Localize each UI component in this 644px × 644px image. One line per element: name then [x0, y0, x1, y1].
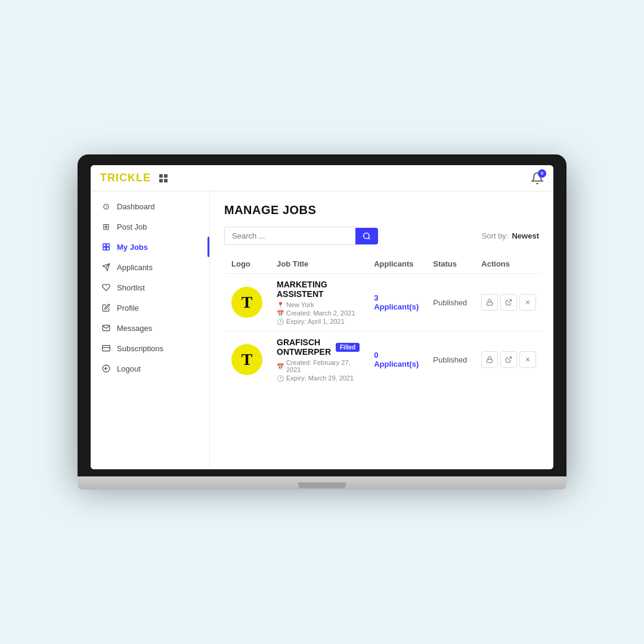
svg-rect-1 [107, 244, 110, 247]
action-lock-1[interactable] [481, 351, 498, 368]
sort-label: Sort by: [482, 231, 509, 240]
job-created-0: 📅 Created: March 2, 2021 [277, 309, 360, 317]
shortlist-icon [101, 283, 111, 292]
applicants-icon [101, 262, 111, 272]
svg-point-10 [364, 233, 369, 238]
notification-bell[interactable]: 0 [531, 172, 544, 185]
job-title-cell-1: GRAFISCH ONTWERPER Filled 📅 Created: Feb… [277, 338, 360, 382]
sidebar-item-post-job[interactable]: ⊞ Post Job [91, 216, 209, 237]
sort-wrapper: Sort by: Newest [482, 231, 539, 240]
header-left: TRICKLE [100, 172, 168, 184]
cell-status-0: Published [426, 274, 474, 332]
table-row: T MARKETING ASSISTENT 📍New York 📅 Create… [224, 274, 543, 332]
job-meta-0: 📍New York 📅 Created: March 2, 2021 🕐 Exp… [277, 301, 360, 325]
messages-icon [101, 323, 111, 333]
job-title-cell-0: MARKETING ASSISTENT 📍New York 📅 Created:… [277, 280, 360, 325]
notification-badge: 0 [538, 169, 546, 178]
jobs-table: Logo Job Title Applicants Status Actions… [224, 255, 543, 388]
svg-line-17 [508, 357, 512, 361]
sidebar-item-my-jobs[interactable]: My Jobs [91, 237, 209, 257]
toolbar: Sort by: Newest [224, 227, 539, 245]
col-actions: Actions [474, 255, 543, 274]
svg-rect-12 [487, 302, 493, 306]
logout-icon [101, 364, 111, 373]
post-job-icon: ⊞ [101, 222, 111, 231]
sidebar-item-profile[interactable]: Profile [91, 298, 209, 318]
col-job-title: Job Title [270, 255, 367, 274]
status-text-0: Published [433, 298, 467, 307]
profile-icon [101, 303, 111, 312]
sidebar-label-subscriptions: Subscriptions [117, 344, 163, 353]
col-status: Status [426, 255, 474, 274]
sidebar-item-applicants[interactable]: Applicants [91, 257, 209, 277]
applicants-count-1: 0 Applicant(s) [374, 351, 419, 369]
svg-line-11 [369, 237, 370, 239]
sidebar-label-messages: Messages [117, 324, 152, 333]
cell-job-title-1: GRAFISCH ONTWERPER Filled 📅 Created: Feb… [270, 332, 367, 388]
cell-applicants-0: 3 Applicant(s) [367, 274, 426, 332]
app-logo: TRICKLE [100, 172, 151, 184]
laptop-notch [298, 482, 346, 488]
svg-rect-2 [103, 247, 106, 250]
logo-letter-0: T [242, 293, 253, 312]
sidebar-item-logout[interactable]: Logout [91, 358, 209, 379]
laptop-base [78, 476, 566, 490]
job-created-1: 📅 Created: February 27, 2021 [277, 359, 360, 373]
header-right: 0 [531, 172, 544, 185]
cell-applicants-1: 0 Applicant(s) [367, 332, 426, 388]
cell-logo-1: T [224, 332, 270, 388]
main-content: MANAGE JOBS [210, 191, 553, 469]
cell-actions-1 [474, 332, 543, 388]
cell-job-title-0: MARKETING ASSISTENT 📍New York 📅 Created:… [270, 274, 367, 332]
filled-badge-1: Filled [336, 343, 360, 352]
job-location-0: 📍New York [277, 301, 360, 308]
svg-rect-3 [107, 247, 110, 250]
status-text-1: Published [433, 355, 467, 364]
sidebar-label-dashboard: Dashboard [117, 202, 155, 211]
sidebar-label-profile: Profile [117, 304, 139, 312]
col-logo: Logo [224, 255, 270, 274]
action-delete-0[interactable] [519, 294, 536, 311]
app-header: TRICKLE 0 [91, 165, 553, 191]
action-buttons-0 [481, 294, 536, 311]
logo-letter-1: T [242, 350, 253, 369]
job-title-name-1: GRAFISCH ONTWERPER Filled [277, 338, 360, 357]
company-logo-1: T [231, 344, 262, 375]
job-expiry-1: 🕐 Expiry: March 29, 2021 [277, 374, 360, 382]
cell-status-1: Published [426, 332, 474, 388]
action-edit-1[interactable] [500, 351, 517, 368]
cell-actions-0 [474, 274, 543, 332]
svg-rect-0 [103, 244, 106, 247]
sidebar-item-messages[interactable]: Messages [91, 318, 209, 338]
search-input[interactable] [224, 227, 355, 245]
table-header-row: Logo Job Title Applicants Status Actions [224, 255, 543, 274]
app-body: ⊙ Dashboard ⊞ Post Job [91, 191, 553, 469]
search-button[interactable] [355, 228, 378, 244]
subscriptions-icon [101, 343, 111, 353]
table-row: T GRAFISCH ONTWERPER Filled 📅 Created: F… [224, 332, 543, 388]
action-delete-1[interactable] [519, 351, 536, 368]
cell-logo-0: T [224, 274, 270, 332]
sidebar-item-dashboard[interactable]: ⊙ Dashboard [91, 196, 209, 216]
sidebar-label-post-job: Post Job [117, 222, 147, 231]
sidebar-item-shortlist[interactable]: Shortlist [91, 277, 209, 298]
job-title-text-1: GRAFISCH ONTWERPER [277, 338, 331, 357]
action-lock-0[interactable] [481, 294, 498, 311]
laptop-container: TRICKLE 0 [78, 154, 566, 490]
action-buttons-1 [481, 351, 536, 368]
job-meta-1: 📅 Created: February 27, 2021 🕐 Expiry: M… [277, 359, 360, 382]
search-wrapper [224, 227, 378, 245]
svg-line-13 [508, 300, 512, 304]
sidebar-item-subscriptions[interactable]: Subscriptions [91, 338, 209, 358]
sort-value[interactable]: Newest [512, 231, 539, 240]
sidebar-label-logout: Logout [117, 364, 141, 373]
sidebar-label-applicants: Applicants [117, 263, 153, 272]
action-edit-0[interactable] [500, 294, 517, 311]
sidebar-label-shortlist: Shortlist [117, 283, 145, 292]
grid-icon[interactable] [159, 174, 168, 182]
svg-rect-16 [487, 360, 493, 363]
job-title-name-0: MARKETING ASSISTENT [277, 280, 360, 299]
svg-rect-6 [103, 345, 110, 351]
app-screen: TRICKLE 0 [91, 165, 553, 469]
applicants-count-0: 3 Applicant(s) [374, 293, 419, 311]
